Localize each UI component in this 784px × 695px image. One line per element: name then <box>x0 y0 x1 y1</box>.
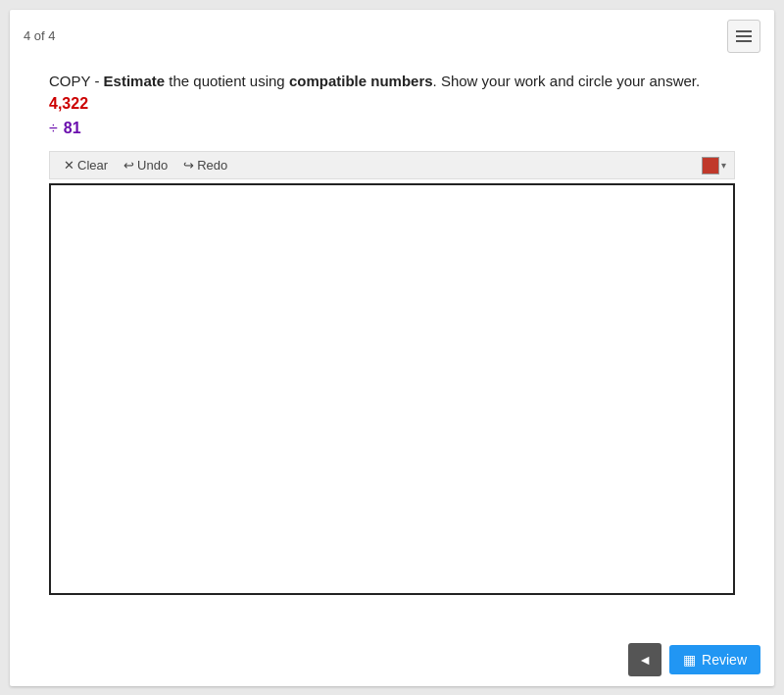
redo-icon: ↪ <box>183 158 194 173</box>
page-counter: 4 of 4 <box>24 28 56 43</box>
menu-button[interactable] <box>727 20 760 53</box>
page-container: 4 of 4 COPY - Estimate the quotient usin… <box>10 10 774 686</box>
back-arrow-icon: ◄ <box>638 652 652 668</box>
color-swatch[interactable] <box>702 157 719 174</box>
x-icon: ✕ <box>64 158 74 173</box>
review-button[interactable]: ▦ Review <box>669 645 760 674</box>
question-bold2: compatible numbers <box>289 73 433 89</box>
undo-label: Undo <box>137 158 168 173</box>
question-area: COPY - Estimate the quotient using compa… <box>10 63 774 148</box>
drawing-toolbar: ✕ Clear ↩ Undo ↪ Redo ▾ <box>49 151 735 179</box>
question-text: COPY - Estimate the quotient using compa… <box>49 71 735 117</box>
clear-button[interactable]: ✕ Clear <box>58 156 114 174</box>
redo-button[interactable]: ↪ Redo <box>177 156 233 174</box>
clear-label: Clear <box>77 158 108 173</box>
hamburger-icon <box>736 30 752 42</box>
color-picker[interactable]: ▾ <box>702 157 726 174</box>
division-symbol: ÷ <box>49 120 58 137</box>
question-bold1: Estimate <box>104 73 166 89</box>
review-label: Review <box>702 652 747 668</box>
question-text1: the quotient using <box>165 73 289 89</box>
chevron-down-icon[interactable]: ▾ <box>721 160 726 171</box>
drawing-canvas[interactable] <box>49 183 735 595</box>
top-bar: 4 of 4 <box>10 10 774 63</box>
calendar-icon: ▦ <box>683 652 696 668</box>
question-prefix: COPY - <box>49 73 104 89</box>
undo-button[interactable]: ↩ Undo <box>118 156 173 174</box>
redo-label: Redo <box>197 158 227 173</box>
back-button[interactable]: ◄ <box>628 643 662 676</box>
bottom-bar: ◄ ▦ Review <box>614 633 774 686</box>
undo-icon: ↩ <box>123 158 134 173</box>
divisor-number: 81 <box>64 120 81 137</box>
answer-line: ÷ 81 <box>49 120 735 137</box>
question-text2: . Show your work and circle your answer. <box>433 73 701 89</box>
dividend-number: 4,322 <box>49 95 88 112</box>
